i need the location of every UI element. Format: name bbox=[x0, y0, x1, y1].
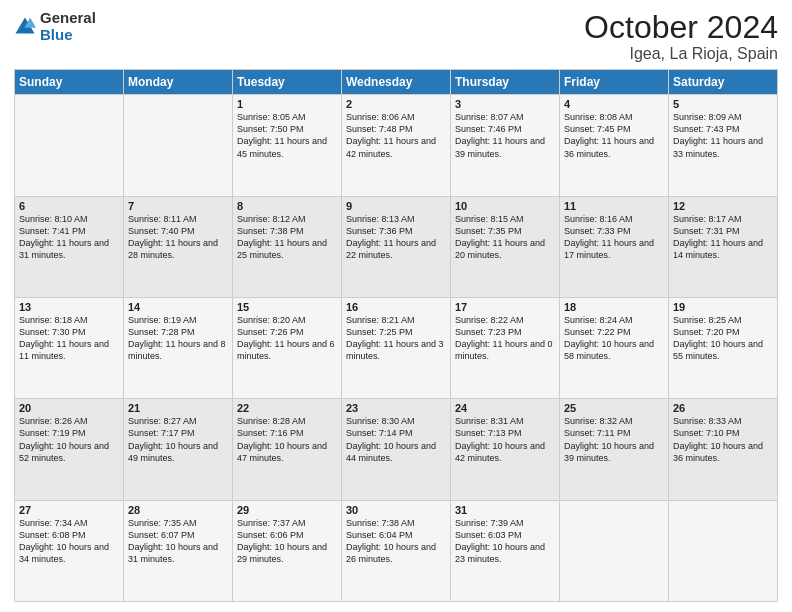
week-row-1: 1Sunrise: 8:05 AMSunset: 7:50 PMDaylight… bbox=[15, 95, 778, 196]
day-info: Sunrise: 8:16 AMSunset: 7:33 PMDaylight:… bbox=[564, 213, 664, 262]
day-info: Sunrise: 8:33 AMSunset: 7:10 PMDaylight:… bbox=[673, 415, 773, 464]
day-info: Sunrise: 8:26 AMSunset: 7:19 PMDaylight:… bbox=[19, 415, 119, 464]
day-cell: 10Sunrise: 8:15 AMSunset: 7:35 PMDayligh… bbox=[451, 196, 560, 297]
day-info: Sunrise: 8:05 AMSunset: 7:50 PMDaylight:… bbox=[237, 111, 337, 160]
day-number: 7 bbox=[128, 200, 228, 212]
logo-icon bbox=[14, 16, 36, 38]
column-header-thursday: Thursday bbox=[451, 70, 560, 95]
day-number: 13 bbox=[19, 301, 119, 313]
day-number: 27 bbox=[19, 504, 119, 516]
day-info: Sunrise: 8:21 AMSunset: 7:25 PMDaylight:… bbox=[346, 314, 446, 363]
day-cell: 8Sunrise: 8:12 AMSunset: 7:38 PMDaylight… bbox=[233, 196, 342, 297]
day-info: Sunrise: 8:09 AMSunset: 7:43 PMDaylight:… bbox=[673, 111, 773, 160]
day-info: Sunrise: 8:08 AMSunset: 7:45 PMDaylight:… bbox=[564, 111, 664, 160]
day-number: 2 bbox=[346, 98, 446, 110]
day-cell bbox=[560, 500, 669, 601]
day-info: Sunrise: 8:28 AMSunset: 7:16 PMDaylight:… bbox=[237, 415, 337, 464]
page: General Blue October 2024 Igea, La Rioja… bbox=[0, 0, 792, 612]
day-cell: 16Sunrise: 8:21 AMSunset: 7:25 PMDayligh… bbox=[342, 297, 451, 398]
day-number: 12 bbox=[673, 200, 773, 212]
column-header-saturday: Saturday bbox=[669, 70, 778, 95]
day-cell: 3Sunrise: 8:07 AMSunset: 7:46 PMDaylight… bbox=[451, 95, 560, 196]
day-cell: 13Sunrise: 8:18 AMSunset: 7:30 PMDayligh… bbox=[15, 297, 124, 398]
day-number: 21 bbox=[128, 402, 228, 414]
day-info: Sunrise: 8:24 AMSunset: 7:22 PMDaylight:… bbox=[564, 314, 664, 363]
day-number: 30 bbox=[346, 504, 446, 516]
header-row: SundayMondayTuesdayWednesdayThursdayFrid… bbox=[15, 70, 778, 95]
day-number: 17 bbox=[455, 301, 555, 313]
day-info: Sunrise: 7:38 AMSunset: 6:04 PMDaylight:… bbox=[346, 517, 446, 566]
day-cell: 19Sunrise: 8:25 AMSunset: 7:20 PMDayligh… bbox=[669, 297, 778, 398]
day-cell: 15Sunrise: 8:20 AMSunset: 7:26 PMDayligh… bbox=[233, 297, 342, 398]
week-row-2: 6Sunrise: 8:10 AMSunset: 7:41 PMDaylight… bbox=[15, 196, 778, 297]
day-cell: 25Sunrise: 8:32 AMSunset: 7:11 PMDayligh… bbox=[560, 399, 669, 500]
day-number: 19 bbox=[673, 301, 773, 313]
day-info: Sunrise: 7:37 AMSunset: 6:06 PMDaylight:… bbox=[237, 517, 337, 566]
calendar-table: SundayMondayTuesdayWednesdayThursdayFrid… bbox=[14, 69, 778, 602]
day-number: 9 bbox=[346, 200, 446, 212]
day-number: 10 bbox=[455, 200, 555, 212]
column-header-wednesday: Wednesday bbox=[342, 70, 451, 95]
day-info: Sunrise: 8:22 AMSunset: 7:23 PMDaylight:… bbox=[455, 314, 555, 363]
day-cell: 26Sunrise: 8:33 AMSunset: 7:10 PMDayligh… bbox=[669, 399, 778, 500]
day-number: 25 bbox=[564, 402, 664, 414]
day-cell: 2Sunrise: 8:06 AMSunset: 7:48 PMDaylight… bbox=[342, 95, 451, 196]
day-info: Sunrise: 7:35 AMSunset: 6:07 PMDaylight:… bbox=[128, 517, 228, 566]
day-cell: 27Sunrise: 7:34 AMSunset: 6:08 PMDayligh… bbox=[15, 500, 124, 601]
day-info: Sunrise: 8:12 AMSunset: 7:38 PMDaylight:… bbox=[237, 213, 337, 262]
day-cell: 4Sunrise: 8:08 AMSunset: 7:45 PMDaylight… bbox=[560, 95, 669, 196]
day-cell: 11Sunrise: 8:16 AMSunset: 7:33 PMDayligh… bbox=[560, 196, 669, 297]
day-number: 14 bbox=[128, 301, 228, 313]
day-cell: 9Sunrise: 8:13 AMSunset: 7:36 PMDaylight… bbox=[342, 196, 451, 297]
day-cell: 23Sunrise: 8:30 AMSunset: 7:14 PMDayligh… bbox=[342, 399, 451, 500]
day-number: 20 bbox=[19, 402, 119, 414]
day-info: Sunrise: 8:06 AMSunset: 7:48 PMDaylight:… bbox=[346, 111, 446, 160]
page-title: October 2024 bbox=[584, 10, 778, 45]
column-header-friday: Friday bbox=[560, 70, 669, 95]
day-info: Sunrise: 8:07 AMSunset: 7:46 PMDaylight:… bbox=[455, 111, 555, 160]
day-info: Sunrise: 8:15 AMSunset: 7:35 PMDaylight:… bbox=[455, 213, 555, 262]
day-cell: 21Sunrise: 8:27 AMSunset: 7:17 PMDayligh… bbox=[124, 399, 233, 500]
day-cell: 6Sunrise: 8:10 AMSunset: 7:41 PMDaylight… bbox=[15, 196, 124, 297]
day-info: Sunrise: 8:18 AMSunset: 7:30 PMDaylight:… bbox=[19, 314, 119, 363]
logo-blue-text: Blue bbox=[40, 26, 73, 43]
day-number: 18 bbox=[564, 301, 664, 313]
day-info: Sunrise: 8:30 AMSunset: 7:14 PMDaylight:… bbox=[346, 415, 446, 464]
week-row-4: 20Sunrise: 8:26 AMSunset: 7:19 PMDayligh… bbox=[15, 399, 778, 500]
day-info: Sunrise: 8:27 AMSunset: 7:17 PMDaylight:… bbox=[128, 415, 228, 464]
day-cell: 12Sunrise: 8:17 AMSunset: 7:31 PMDayligh… bbox=[669, 196, 778, 297]
day-info: Sunrise: 8:10 AMSunset: 7:41 PMDaylight:… bbox=[19, 213, 119, 262]
day-number: 4 bbox=[564, 98, 664, 110]
day-number: 16 bbox=[346, 301, 446, 313]
day-info: Sunrise: 8:31 AMSunset: 7:13 PMDaylight:… bbox=[455, 415, 555, 464]
day-cell: 20Sunrise: 8:26 AMSunset: 7:19 PMDayligh… bbox=[15, 399, 124, 500]
day-cell bbox=[124, 95, 233, 196]
day-cell: 24Sunrise: 8:31 AMSunset: 7:13 PMDayligh… bbox=[451, 399, 560, 500]
day-cell: 1Sunrise: 8:05 AMSunset: 7:50 PMDaylight… bbox=[233, 95, 342, 196]
day-number: 31 bbox=[455, 504, 555, 516]
day-info: Sunrise: 8:11 AMSunset: 7:40 PMDaylight:… bbox=[128, 213, 228, 262]
day-number: 26 bbox=[673, 402, 773, 414]
day-cell: 7Sunrise: 8:11 AMSunset: 7:40 PMDaylight… bbox=[124, 196, 233, 297]
day-number: 24 bbox=[455, 402, 555, 414]
day-cell: 18Sunrise: 8:24 AMSunset: 7:22 PMDayligh… bbox=[560, 297, 669, 398]
day-info: Sunrise: 8:19 AMSunset: 7:28 PMDaylight:… bbox=[128, 314, 228, 363]
day-number: 11 bbox=[564, 200, 664, 212]
day-number: 22 bbox=[237, 402, 337, 414]
day-number: 29 bbox=[237, 504, 337, 516]
day-number: 5 bbox=[673, 98, 773, 110]
day-info: Sunrise: 8:25 AMSunset: 7:20 PMDaylight:… bbox=[673, 314, 773, 363]
day-number: 1 bbox=[237, 98, 337, 110]
day-number: 6 bbox=[19, 200, 119, 212]
logo-general-text: General bbox=[40, 9, 96, 26]
day-cell: 31Sunrise: 7:39 AMSunset: 6:03 PMDayligh… bbox=[451, 500, 560, 601]
column-header-monday: Monday bbox=[124, 70, 233, 95]
title-block: October 2024 Igea, La Rioja, Spain bbox=[584, 10, 778, 63]
day-info: Sunrise: 8:17 AMSunset: 7:31 PMDaylight:… bbox=[673, 213, 773, 262]
day-cell: 14Sunrise: 8:19 AMSunset: 7:28 PMDayligh… bbox=[124, 297, 233, 398]
logo-text: General Blue bbox=[40, 10, 96, 43]
day-cell: 17Sunrise: 8:22 AMSunset: 7:23 PMDayligh… bbox=[451, 297, 560, 398]
header: General Blue October 2024 Igea, La Rioja… bbox=[14, 10, 778, 63]
day-cell bbox=[15, 95, 124, 196]
day-number: 28 bbox=[128, 504, 228, 516]
